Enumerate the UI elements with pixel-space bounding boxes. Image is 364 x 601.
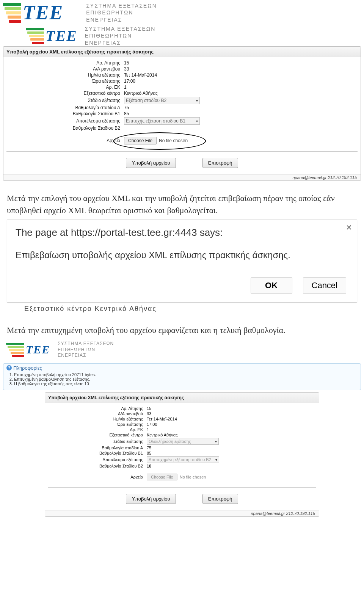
file-input[interactable]: Choose File No file chosen [147,474,206,480]
lbl-stage: Στάδιο εξέτασης [48,439,147,444]
lbl-grade-a: Βαθμολογία σταδίου Α [6,105,124,110]
logo-bars-icon [26,28,44,44]
xml-upload-panel-result: Υποβολή αρχείου XML επίλυσης εξέτασης πρ… [45,392,319,517]
info-title: ? Πληροφορίες [6,365,358,371]
logo-text: ΤΕΕ [26,343,50,356]
system-title: ΣΥΣΤΗΜΑ ΕΞΕΤΑΣΕΩΝ ΕΠΙΘΕΩΡΗΤΩΝ ΕΝΕΡΓΕΙΑΣ [85,25,156,46]
lbl-exam-time: Ώρα εξέτασης [6,78,124,84]
cancel-button[interactable]: Cancel [303,277,346,294]
lbl-ek-no: Αρ. ΕΚ [6,85,124,90]
logo: ΤΕΕ [0,0,66,25]
lbl-file: Αρχείο [6,138,124,143]
dialog-title: The page at https://portal-test.tee.gr:4… [16,227,348,239]
system-title-line: ΕΠΙΘΕΩΡΗΤΩΝ [85,32,156,39]
system-title: ΣΥΣΤΗΜΑ ΕΞΕΤΑΣΕΩΝ ΕΠΙΘΕΩΡΗΤΩΝ ΕΝΕΡΓΕΙΑΣ [86,2,157,23]
header-row-small: ΤΕΕ ΣΥΣΤΗΜΑ ΕΞΕΤΑΣΕΩΝ ΕΠΙΘΕΩΡΗΤΩΝ ΕΝΕΡΓΕ… [0,25,364,46]
submit-button[interactable]: Υποβολή αρχείου [126,158,176,168]
lbl-grade-a: Βαθμολογία σταδίου Α [48,446,147,450]
file-status: No file chosen [180,475,206,479]
separator [48,487,316,488]
val-center: Κεντρικό Αθήνας [147,433,177,437]
system-title-line: ΕΝΕΡΓΕΙΑΣ [58,353,114,359]
lbl-exam-time: Ώρα εξέτασης [48,422,147,427]
lbl-rv-no: Α/Α ραντεβού [48,411,147,416]
val-grade-a: 75 [124,105,129,110]
val-app-no: 15 [147,406,151,411]
lbl-center: Εξεταστικό κέντρο [48,433,147,437]
file-input[interactable]: Choose File No file chosen [124,137,188,144]
system-title-line: ΣΥΣΤΗΜΑ ΕΞΕΤΑΣΕΩΝ [85,25,156,32]
back-button[interactable]: Επιστροφή [202,158,238,168]
choose-file-button[interactable]: Choose File [147,474,177,480]
val-ek-no: 1 [124,85,127,90]
lbl-exam-date: Ημ/νία εξέτασης [6,72,124,78]
val-app-no: 15 [124,60,129,66]
info-item: Η βαθμολογία της εξέτασής σας είναι: 10 [14,381,358,386]
val-rv-no: 33 [147,411,151,416]
panel-title: Υποβολή αρχείου XML επίλυσης εξέτασης πρ… [3,47,361,57]
choose-file-button[interactable]: Choose File [124,137,157,144]
panel-footer: npana@teemail.gr 212.70.192.115 [45,510,319,516]
result-select[interactable]: Αποτυχημένη εξέταση σταδίου Β2 [147,456,219,463]
lbl-grade-b1: Βαθμολογία Σταδίου Β1 [6,111,124,116]
stage-select[interactable]: Εξέταση σταδίου Β2 [124,97,200,104]
val-exam-time: 17:00 [147,422,157,427]
file-status: No file chosen [159,138,188,143]
system-title-line: ΣΥΣΤΗΜΑ ΕΞΕΤΑΣΕΩΝ [58,341,114,347]
val-exam-date: Τετ 14-Μαϊ-2014 [124,72,157,78]
form: Αρ. Αίτησης15 Α/Α ραντεβού33 Ημ/νία εξέτ… [45,403,319,510]
lbl-file: Αρχείο [48,475,147,479]
lbl-result: Αποτέλεσμα εξέτασης [48,457,147,462]
val-center: Κεντρικό Αθήνας [124,91,158,96]
logo-text: ΤΕΕ [46,27,77,45]
lbl-app-no: Αρ. Αίτησης [6,60,124,66]
header-row-small-2: ΤΕΕ ΣΥΣΤΗΜΑ ΕΞΕΤΑΣΕΩΝ ΕΠΙΘΕΩΡΗΤΩΝ ΕΝΕΡΓΕ… [0,339,364,360]
lbl-stage: Στάδιο εξέτασης [6,98,124,103]
val-grade-b1: 85 [147,451,151,455]
lbl-grade-b1: Βαθμολογία Σταδίου Β1 [48,451,147,455]
info-icon: ? [6,365,12,370]
stage-select[interactable]: Ολοκλήρωση εξέτασης [147,438,219,445]
result-select[interactable]: Επιτυχής εξέταση σταδίου Β1 [124,117,200,125]
lbl-app-no: Αρ. Αίτησης [48,406,147,411]
val-ek-no: 1 [147,427,149,432]
panel-footer: npana@teemail.gr 212.70.192.115 [3,174,361,180]
separator [6,151,358,152]
logo: ΤΕΕ [23,25,80,46]
val-rv-no: 33 [124,66,129,72]
system-title-line: ΣΥΣΤΗΜΑ ΕΞΕΤΑΣΕΩΝ [86,2,157,9]
confirm-dialog: ✕ The page at https://portal-test.tee.gr… [7,220,357,303]
lbl-grade-b2: Βαθμολογία Σταδίου Β2 [48,464,147,468]
cropped-underlay-text: Εξεταστικό κέντρο Κεντρικό Αθήνας [0,303,364,313]
close-icon[interactable]: ✕ [346,223,352,232]
lbl-ek-no: Αρ. ΕΚ [48,427,147,432]
lbl-exam-date: Ημ/νία εξέτασης [48,417,147,421]
paragraph: Μετά την επιτυχημένη υποβολή του αρχείου… [0,313,364,339]
val-exam-date: Τετ 14-Μαϊ-2014 [147,417,177,421]
panel-title: Υποβολή αρχείου XML επίλυσης εξέτασης πρ… [45,393,319,403]
header-row-big: ΤΕΕ ΣΥΣΤΗΜΑ ΕΞΕΤΑΣΕΩΝ ΕΠΙΘΕΩΡΗΤΩΝ ΕΝΕΡΓΕ… [0,0,364,25]
info-title-text: Πληροφορίες [13,365,42,371]
val-grade-a: 75 [147,446,151,450]
info-panel: ? Πληροφορίες Επιτυχημένη υποβολή αρχείο… [3,363,361,390]
val-grade-b2: 10 [147,464,151,468]
system-title-line: ΕΝΕΡΓΕΙΑΣ [86,16,157,23]
info-list: Επιτυχημένη υποβολή αρχείου 20711 bytes.… [14,372,358,386]
lbl-rv-no: Α/Α ραντεβού [6,66,124,72]
ok-button[interactable]: OK [251,277,292,294]
system-title-line: ΕΠΙΘΕΩΡΗΤΩΝ [86,9,157,16]
val-exam-time: 17:00 [124,78,135,84]
logo-text: ΤΕΕ [23,2,63,24]
info-item: Επιτυχημένη υποβολή αρχείου 20711 bytes. [14,372,358,377]
back-button[interactable]: Επιστροφή [202,494,238,504]
system-title: ΣΥΣΤΗΜΑ ΕΞΕΤΑΣΕΩΝ ΕΠΙΘΕΩΡΗΤΩΝ ΕΝΕΡΓΕΙΑΣ [58,341,114,359]
info-item: Επιτυχημένη βαθμολόγηση της εξέτασης. [14,377,358,381]
paragraph: Μετά την επιλογή του αρχείου XML και την… [0,181,364,220]
lbl-center: Εξεταστικό κέντρο [6,91,124,96]
val-grade-b1: 85 [124,111,129,116]
submit-button[interactable]: Υποβολή αρχείου [126,494,176,504]
dialog-message: Επιβεβαίωση υποβολής αρχείου XML επίλυση… [16,249,348,261]
xml-upload-panel: Υποβολή αρχείου XML επίλυσης εξέτασης πρ… [3,46,361,181]
system-title-line: ΕΠΙΘΕΩΡΗΤΩΝ [58,347,114,353]
form: Αρ. Αίτησης15 Α/Α ραντεβού33 Ημ/νία εξέτ… [3,57,361,174]
